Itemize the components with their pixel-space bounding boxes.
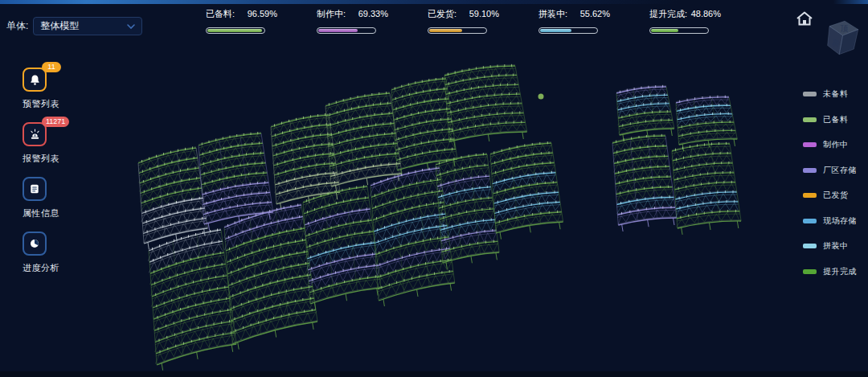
truss-panel xyxy=(199,132,273,230)
progress-value: 55.62% xyxy=(580,9,613,18)
progress-fill xyxy=(318,29,358,32)
progress-value: 59.10% xyxy=(469,9,502,18)
progress-group-prepared: 已备料: 96.59% xyxy=(206,8,280,34)
unit-label: 单体: xyxy=(6,19,28,33)
legend-item-shipped: 已发货 xyxy=(803,191,857,199)
sidebar-item-attribute-info[interactable]: 属性信息 xyxy=(23,177,80,219)
legend-label: 已备料 xyxy=(823,114,849,125)
legend-swatch xyxy=(803,142,817,147)
progress-fill xyxy=(429,29,462,32)
legend-label: 制作中 xyxy=(823,139,849,150)
truss-panel xyxy=(444,64,527,148)
progress-label: 制作中: xyxy=(317,8,346,20)
unit-select-value: 整体模型 xyxy=(40,19,79,33)
progress-fill xyxy=(540,29,571,32)
progress-group-assembling: 拼装中: 55.62% xyxy=(538,8,613,34)
legend-item-factory-storage: 厂区存储 xyxy=(803,166,857,174)
progress-value: 96.59% xyxy=(248,9,280,18)
progress-fill xyxy=(207,29,262,32)
siren-icon xyxy=(28,128,42,141)
sidebar-item-badge: 11271 xyxy=(42,117,69,127)
sidebar-item-box xyxy=(23,232,47,256)
legend-label: 拼装中 xyxy=(823,240,849,252)
legend-swatch xyxy=(803,193,817,198)
progress-bars: 已备料: 96.59% 制作中: 69.33% 已发货: 59.10% xyxy=(206,8,724,34)
progress-label: 已发货: xyxy=(428,8,457,20)
unit-selector-bar: 单体: 整体模型 xyxy=(6,17,142,35)
sidebar-item-alarm-list[interactable]: 11271 报警列表 xyxy=(23,122,80,165)
sidebar-item-progress-analysis[interactable]: 进度分析 xyxy=(23,232,80,274)
progress-group-shipped: 已发货: 59.10% xyxy=(428,8,502,34)
progress-track xyxy=(428,27,487,34)
progress-group-lift-complete: 提升完成: 48.86% xyxy=(649,8,724,34)
pie-chart-icon xyxy=(28,237,41,250)
top-decor-strip xyxy=(0,0,868,4)
legend-item-not-prepared: 未备料 xyxy=(803,90,857,98)
bottom-decor-strip xyxy=(0,371,868,377)
cube-top-face-label: 顶 xyxy=(840,24,848,33)
progress-label: 提升完成: xyxy=(649,8,687,20)
legend-swatch xyxy=(803,168,817,173)
legend-swatch xyxy=(803,269,817,274)
truss-panel xyxy=(148,229,236,371)
progress-track xyxy=(206,27,265,34)
chevron-down-icon xyxy=(127,24,135,29)
view-cube-icon: 顶 前 xyxy=(818,14,866,64)
legend-label: 现场存储 xyxy=(823,215,857,227)
sidebar-item-label: 进度分析 xyxy=(23,262,80,274)
progress-track xyxy=(317,27,376,34)
model-viewport[interactable] xyxy=(0,0,868,377)
legend-item-assembling: 拼装中 xyxy=(803,242,857,250)
status-legend: 未备料 已备料 制作中 厂区存储 已发货 现场存储 拼装中 提升完成 xyxy=(803,90,857,276)
unit-select[interactable]: 整体模型 xyxy=(33,17,142,35)
progress-label: 已备料: xyxy=(206,8,235,20)
attribute-info-icon xyxy=(28,182,41,195)
sidebar-item-box xyxy=(23,177,47,201)
progress-label: 拼装中: xyxy=(538,8,567,20)
truss-panel xyxy=(612,134,677,232)
view-cube[interactable]: 顶 前 xyxy=(818,14,866,64)
bell-icon xyxy=(28,73,42,87)
progress-track xyxy=(649,27,709,34)
legend-label: 未备料 xyxy=(823,88,849,100)
sidebar-item-label: 属性信息 xyxy=(23,207,80,219)
home-button[interactable] xyxy=(796,10,813,27)
progress-track xyxy=(538,27,598,34)
progress-fill xyxy=(651,29,678,32)
legend-item-prepared: 已备料 xyxy=(803,116,857,124)
progress-group-producing: 制作中: 69.33% xyxy=(317,8,391,34)
sidebar-item-warning-list[interactable]: 11 预警列表 xyxy=(23,68,80,110)
legend-swatch xyxy=(803,244,817,248)
truss-panel xyxy=(489,141,563,240)
sidebar-item-badge: 11 xyxy=(42,62,61,72)
legend-item-producing: 制作中 xyxy=(803,141,857,149)
progress-value: 69.33% xyxy=(358,9,391,18)
sidebar-item-label: 预警列表 xyxy=(23,98,80,110)
legend-label: 已发货 xyxy=(823,190,849,201)
sidebar: 11 预警列表 xyxy=(23,68,80,286)
progress-value: 48.86% xyxy=(691,9,724,18)
legend-item-site-storage: 现场存储 xyxy=(803,217,857,225)
truss-panel xyxy=(616,85,674,141)
home-icon xyxy=(796,10,813,27)
legend-label: 提升完成 xyxy=(823,266,857,277)
legend-item-lift-complete: 提升完成 xyxy=(803,268,857,276)
legend-swatch xyxy=(803,219,817,223)
legend-swatch xyxy=(803,117,817,122)
sidebar-item-label: 报警列表 xyxy=(23,153,80,165)
truss-panel xyxy=(303,185,381,309)
model-marker-dot xyxy=(538,94,544,100)
truss-panel xyxy=(672,142,741,235)
legend-label: 厂区存储 xyxy=(823,165,857,176)
dashboard: 单体: 整体模型 已备料: 96.59% 制作中: 69.33% xyxy=(0,0,868,377)
truss-panel xyxy=(224,204,317,350)
legend-swatch xyxy=(803,92,817,96)
